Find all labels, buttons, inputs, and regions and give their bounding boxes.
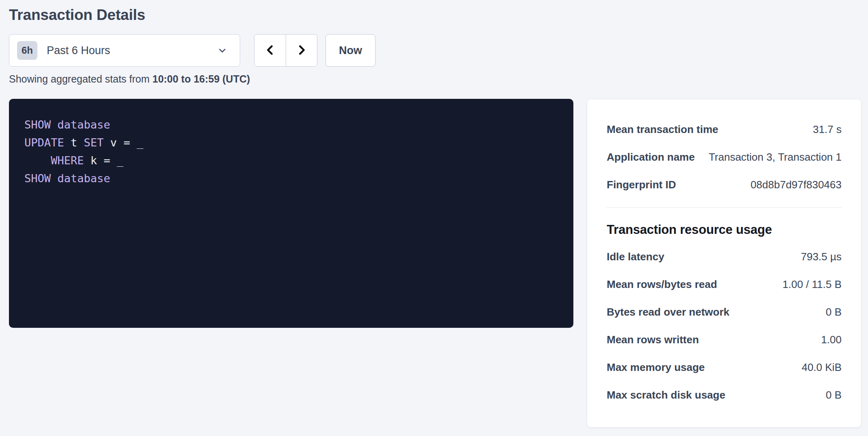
stat-label: Bytes read over network — [607, 306, 729, 318]
time-range-label: Past 6 Hours — [47, 44, 110, 57]
stat-value: 08d8b7d97f830463 — [751, 179, 842, 191]
chevron-right-icon — [295, 43, 308, 58]
stat-row-mean-rows-bytes-read: Mean rows/bytes read 1.00 / 11.5 B — [607, 270, 842, 298]
stat-label: Max memory usage — [607, 361, 705, 374]
stat-label: Max scratch disk usage — [607, 389, 725, 401]
stat-value: 40.0 KiB — [802, 361, 842, 374]
summary-prefix-text: Showing aggregated stats from — [9, 73, 152, 85]
stat-row-max-memory-usage: Max memory usage 40.0 KiB — [607, 353, 842, 381]
transaction-summary-card: Mean transaction time 31.7 s Application… — [587, 99, 861, 427]
chevron-down-icon — [217, 45, 228, 56]
next-time-window-button[interactable] — [286, 35, 317, 66]
stat-label: Mean transaction time — [607, 123, 718, 136]
aggregated-stats-summary: Showing aggregated stats from 10:00 to 1… — [9, 73, 861, 85]
card-divider — [607, 207, 842, 208]
now-button[interactable]: Now — [326, 34, 375, 67]
resource-usage-heading: Transaction resource usage — [607, 222, 842, 237]
stat-value: Transaction 3, Transaction 1 — [709, 151, 842, 164]
stat-label: Idle latency — [607, 251, 664, 263]
content-row: SHOW databaseUPDATE t SET v = _ WHERE k … — [9, 99, 861, 427]
stat-value: 793.5 µs — [801, 251, 842, 263]
stat-value: 1.00 / 11.5 B — [782, 278, 842, 291]
stat-value: 0 B — [826, 306, 842, 318]
time-range-dropdown[interactable]: 6h Past 6 Hours — [9, 34, 240, 67]
summary-time-range-text: 10:00 to 16:59 (UTC) — [152, 73, 250, 85]
chevron-left-icon — [264, 43, 276, 58]
stat-label: Application name — [607, 151, 695, 164]
stat-value: 1.00 — [821, 334, 842, 346]
resource-usage-rows: Idle latency 793.5 µs Mean rows/bytes re… — [607, 243, 842, 409]
stat-row-idle-latency: Idle latency 793.5 µs — [607, 243, 842, 270]
time-window-pager — [254, 34, 317, 67]
stat-row-fingerprint-id: Fingerprint ID 08d8b7d97f830463 — [607, 171, 842, 198]
stat-label: Mean rows/bytes read — [607, 278, 717, 291]
stat-row-mean-transaction-time: Mean transaction time 31.7 s — [607, 116, 842, 143]
stat-label: Fingerprint ID — [607, 179, 676, 191]
page-title: Transaction Details — [9, 7, 861, 24]
stat-value: 31.7 s — [813, 123, 842, 136]
stat-value: 0 B — [826, 389, 842, 401]
time-range-badge: 6h — [17, 41, 37, 60]
stat-row-mean-rows-written: Mean rows written 1.00 — [607, 326, 842, 353]
transaction-details-page: Transaction Details 6h Past 6 Hours — [0, 0, 868, 436]
stat-row-max-scratch-disk-usage: Max scratch disk usage 0 B — [607, 381, 842, 409]
time-controls-row: 6h Past 6 Hours — [9, 34, 861, 67]
stat-label: Mean rows written — [607, 334, 699, 346]
sql-statements-box: SHOW databaseUPDATE t SET v = _ WHERE k … — [9, 99, 573, 328]
stat-row-bytes-read-over-network: Bytes read over network 0 B — [607, 298, 842, 326]
prev-time-window-button[interactable] — [254, 35, 286, 66]
stat-row-application-name: Application name Transaction 3, Transact… — [607, 143, 842, 171]
sql-statements-code: SHOW databaseUPDATE t SET v = _ WHERE k … — [24, 116, 561, 187]
